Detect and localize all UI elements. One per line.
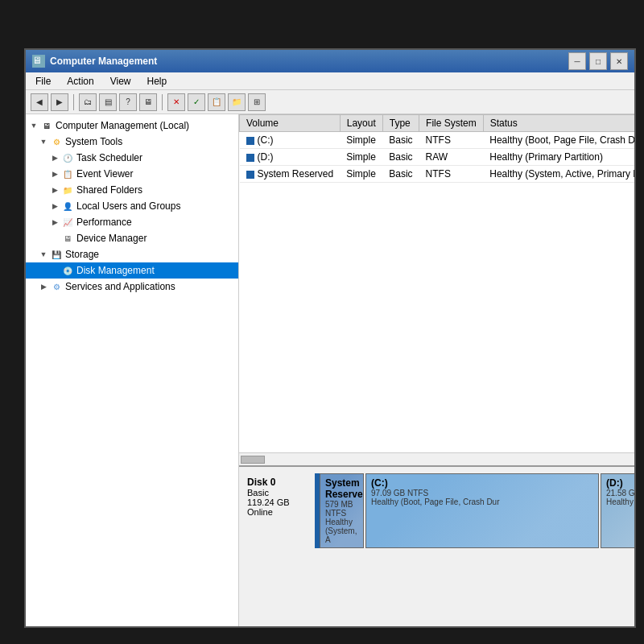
col-filesystem[interactable]: File System [419, 115, 484, 132]
tree-system-tools[interactable]: ▼ ⚙ System Tools [26, 134, 238, 150]
tree-device-manager-label: Device Manager [76, 233, 147, 244]
cell-type: Basic [382, 166, 419, 183]
hscroll-thumb[interactable] [241, 456, 265, 464]
tree-device-manager[interactable]: ▶ 🖥 Device Manager [26, 230, 238, 246]
table-row[interactable]: (C:) Simple Basic NTFS Healthy (Boot, Pa… [240, 132, 635, 149]
disk-map-area: Disk 0 Basic 119.24 GB Online System Res… [239, 465, 634, 626]
shared-folders-icon: 📁 [61, 184, 74, 196]
disk-0-partitions: System Reserved 579 MB NTFS Healthy (Sys… [320, 473, 631, 548]
services-arrow: ▶ [39, 282, 48, 291]
storage-arrow: ▼ [39, 250, 48, 259]
tree-root-label: Computer Management (Local) [56, 120, 189, 131]
root-icon: 🖥 [40, 119, 53, 132]
tree-storage-label: Storage [65, 249, 99, 260]
event-viewer-icon: 📋 [61, 167, 74, 180]
device-mgr-icon: 🖥 [61, 232, 74, 245]
local-users-icon: 👤 [61, 200, 74, 213]
properties-button[interactable]: 📋 [208, 93, 225, 111]
partition-size-0: 579 MB NTFS [325, 500, 358, 518]
table-row[interactable]: System Reserved Simple Basic NTFS Health… [240, 166, 635, 183]
partition-1[interactable]: (C:) 97.09 GB NTFS Healthy (Boot, Page F… [365, 473, 599, 548]
maximize-button[interactable]: □ [589, 52, 607, 70]
horizontal-scrollbar[interactable] [239, 452, 634, 465]
tree-event-viewer-label: Event Viewer [76, 168, 133, 180]
menu-help[interactable]: Help [144, 74, 171, 89]
close-button[interactable]: ✕ [610, 52, 628, 70]
cell-volume: (C:) [240, 132, 341, 149]
volume-icon [246, 171, 254, 179]
partition-label-1: (C:) [371, 477, 593, 489]
cell-layout: Simple [340, 166, 382, 183]
toolbar-sep-1 [73, 94, 74, 110]
col-layout[interactable]: Layout [340, 115, 382, 132]
disk-mgmt-icon: 💿 [61, 264, 74, 277]
tree-storage[interactable]: ▼ 💾 Storage [26, 246, 238, 262]
cell-layout: Simple [340, 149, 382, 166]
app-icon: 🖥 [32, 55, 45, 68]
menu-bar: File Action View Help [26, 72, 634, 90]
partition-0[interactable]: System Reserved 579 MB NTFS Healthy (Sys… [320, 473, 364, 548]
menu-view[interactable]: View [107, 74, 134, 89]
up-button[interactable]: ▤ [99, 93, 117, 111]
forward-button[interactable]: ▶ [51, 93, 68, 111]
tree-services-apps-label: Services and Applications [65, 281, 175, 292]
tree-local-users-label: Local Users and Groups [76, 200, 180, 212]
table-row[interactable]: (D:) Simple Basic RAW Healthy (Primary P… [240, 149, 635, 166]
cell-type: Basic [382, 132, 419, 149]
tree-root[interactable]: ▼ 🖥 Computer Management (Local) [26, 118, 238, 134]
volume-table: Volume Layout Type File System Status (C… [239, 114, 634, 183]
menu-action[interactable]: Action [64, 74, 97, 89]
computer-management-window: 🖥 Computer Management ─ □ ✕ File Action … [24, 48, 636, 628]
cell-filesystem: NTFS [419, 132, 484, 149]
cell-status: Healthy (Boot, Page File, Crash Dur [483, 132, 634, 149]
tree-services-apps[interactable]: ▶ ⚙ Services and Applications [26, 279, 238, 295]
partition-status-1: Healthy (Boot, Page File, Crash Dur [371, 497, 593, 506]
col-status[interactable]: Status [483, 115, 634, 132]
minimize-button[interactable]: ─ [568, 52, 586, 70]
volume-icon [246, 137, 254, 145]
tree-task-scheduler[interactable]: ▶ 🕐 Task Scheduler [26, 150, 238, 166]
tree-performance[interactable]: ▶ 📈 Performance [26, 214, 238, 230]
tree-system-tools-label: System Tools [65, 136, 122, 147]
delete-button[interactable]: ✕ [167, 93, 185, 111]
services-icon: ⚙ [50, 280, 63, 293]
tree-disk-management[interactable]: ▶ 💿 Disk Management [26, 262, 238, 279]
check-button[interactable]: ✓ [188, 93, 205, 111]
sys-tools-arrow: ▼ [39, 137, 48, 147]
menu-file[interactable]: File [32, 74, 54, 89]
performance-arrow: ▶ [50, 217, 60, 227]
tree-shared-folders[interactable]: ▶ 📁 Shared Folders [26, 182, 238, 198]
tree-shared-folders-label: Shared Folders [76, 184, 142, 196]
performance-icon: 📈 [61, 216, 74, 229]
disk-0-label: Disk 0 Basic 119.24 GB Online [242, 473, 315, 548]
cell-status: Healthy (Primary Partition) [483, 149, 634, 166]
tree-disk-management-label: Disk Management [76, 265, 155, 276]
col-type[interactable]: Type [382, 115, 419, 132]
back-button[interactable]: ◀ [31, 93, 48, 111]
shared-folders-arrow: ▶ [50, 185, 60, 195]
disk-0-status: Online [247, 507, 310, 517]
tree-performance-label: Performance [76, 217, 132, 228]
tree-event-viewer[interactable]: ▶ 📋 Event Viewer [26, 166, 238, 182]
toolbar-sep-2 [162, 94, 163, 110]
partition-size-2: 21.58 GB R [606, 489, 634, 497]
col-volume[interactable]: Volume [240, 115, 341, 132]
partition-status-2: Healthy (P [606, 497, 634, 506]
cell-filesystem: RAW [419, 149, 484, 166]
grid-button[interactable]: ⊞ [248, 93, 266, 111]
partition-2[interactable]: (D:) 21.58 GB R Healthy (P [601, 473, 634, 548]
disk-0-type: Basic [247, 488, 310, 497]
disk-0-row: Disk 0 Basic 119.24 GB Online System Res… [242, 473, 631, 548]
cell-status: Healthy (System, Active, Primary P [483, 166, 634, 183]
event-viewer-arrow: ▶ [50, 169, 60, 179]
computer-button[interactable]: 🖥 [139, 93, 157, 111]
show-hide-button[interactable]: 🗂 [79, 93, 97, 111]
cell-layout: Simple [340, 132, 382, 149]
volume-icon [246, 154, 254, 162]
tree-local-users[interactable]: ▶ 👤 Local Users and Groups [26, 198, 238, 214]
partition-size-1: 97.09 GB NTFS [371, 489, 593, 497]
window-title: Computer Management [50, 56, 157, 67]
toolbar: ◀ ▶ 🗂 ▤ ? 🖥 ✕ ✓ 📋 📁 ⊞ [26, 90, 634, 114]
help-button[interactable]: ? [119, 93, 137, 111]
export-button[interactable]: 📁 [228, 93, 246, 111]
